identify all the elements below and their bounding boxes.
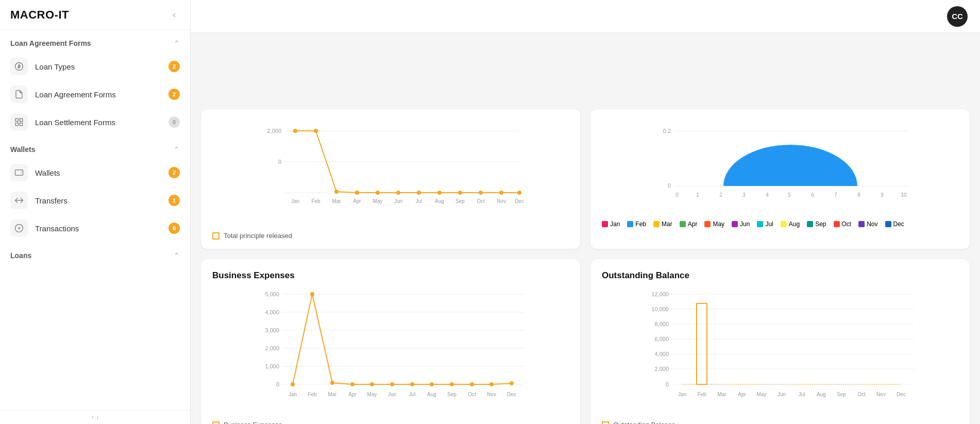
- dot-jul: [757, 221, 763, 227]
- svg-text:0: 0: [666, 381, 669, 387]
- svg-text:0: 0: [668, 182, 671, 189]
- business-expenses-title: Business Expenses: [212, 270, 569, 281]
- sidebar-header: MACRO-IT ‹: [0, 0, 190, 30]
- svg-point-85: [450, 382, 454, 386]
- sidebar-item-loan-types[interactable]: Loan Types 2: [0, 53, 190, 80]
- svg-text:5: 5: [788, 192, 791, 198]
- loan-settlement-forms-badge: 0: [168, 116, 180, 128]
- sidebar-item-transfers[interactable]: Transfers 1: [0, 186, 190, 214]
- sidebar-item-transactions[interactable]: Transactions 6: [0, 214, 190, 242]
- svg-text:4,000: 4,000: [654, 351, 669, 357]
- svg-point-78: [310, 292, 314, 296]
- svg-text:Aug: Aug: [817, 392, 826, 397]
- svg-text:Feb: Feb: [308, 392, 317, 397]
- label-apr: Apr: [688, 221, 698, 228]
- doc2-icon: [10, 113, 28, 131]
- svg-text:Jan: Jan: [289, 392, 297, 397]
- business-expenses-chart: 5,000 4,000 3,000 2,000 1,000 0 Jan Feb …: [212, 289, 569, 413]
- legend-nov: Nov: [858, 221, 877, 228]
- svg-text:6: 6: [811, 192, 814, 198]
- legend-jun: Jun: [732, 221, 750, 228]
- svg-point-87: [489, 382, 494, 386]
- svg-text:May: May: [373, 198, 383, 204]
- label-jan: Jan: [610, 221, 620, 228]
- svg-point-33: [479, 191, 483, 195]
- svg-rect-4: [20, 123, 23, 126]
- svg-rect-2: [20, 118, 23, 121]
- svg-text:1,000: 1,000: [265, 363, 279, 369]
- chart-card-outstanding: Outstanding Balance 12,000 10,000 8,000 …: [590, 259, 970, 424]
- sidebar-section-loan-agreement[interactable]: Loan Agreement Forms ⌃: [0, 30, 190, 53]
- legend-aug: Aug: [781, 221, 800, 228]
- sidebar-section-loans[interactable]: Loans ⌃: [0, 242, 190, 265]
- svg-point-80: [350, 382, 354, 386]
- dot-jun: [732, 221, 738, 227]
- label-nov: Nov: [867, 221, 877, 228]
- svg-text:Apr: Apr: [353, 198, 361, 204]
- sidebar-body: Loan Agreement Forms ⌃ Loan Types 2: [0, 30, 190, 410]
- svg-text:Jan: Jan: [291, 198, 299, 204]
- svg-point-79: [330, 381, 334, 385]
- section-label-loans: Loans: [10, 251, 31, 260]
- svg-text:Jul: Jul: [416, 198, 423, 204]
- sidebar-section-wallets[interactable]: Wallets ⌃: [0, 136, 190, 159]
- avatar[interactable]: CC: [947, 6, 968, 27]
- loan-agreement-forms-label: Loan Agreement Forms: [35, 90, 168, 99]
- sidebar-item-wallets[interactable]: Wallets 2: [0, 159, 190, 186]
- svg-text:6,000: 6,000: [654, 336, 669, 342]
- sidebar-item-loan-settlement-forms[interactable]: Loan Settlement Forms 0: [0, 108, 190, 136]
- svg-text:Dec: Dec: [897, 392, 906, 397]
- business-expenses-legend-label: Business Expenses: [224, 421, 282, 424]
- svg-point-24: [293, 129, 297, 133]
- label-may: May: [713, 221, 724, 228]
- wallets-label: Wallets: [35, 168, 168, 177]
- svg-text:3,000: 3,000: [265, 327, 279, 333]
- svg-rect-5: [15, 170, 23, 176]
- svg-text:Jun: Jun: [778, 392, 786, 397]
- main-content: 2,000 0 Jan Feb Mar Apr May Jun Jul Aug …: [191, 66, 980, 424]
- svg-text:0.2: 0.2: [663, 128, 671, 134]
- svg-text:0: 0: [278, 159, 281, 165]
- sidebar-collapse-button[interactable]: ‹: [168, 7, 180, 22]
- svg-text:Mar: Mar: [328, 392, 337, 397]
- transactions-label: Transactions: [35, 224, 168, 233]
- svg-text:Sep: Sep: [447, 392, 457, 397]
- svg-text:7: 7: [834, 192, 837, 198]
- svg-rect-1: [15, 118, 18, 121]
- svg-point-77: [291, 382, 295, 386]
- label-dec: Dec: [893, 221, 904, 228]
- legend-jul: Jul: [757, 221, 773, 228]
- svg-point-84: [430, 382, 434, 386]
- loan-settlement-forms-label: Loan Settlement Forms: [35, 118, 168, 127]
- business-expenses-legend-box: [212, 421, 219, 425]
- svg-point-30: [417, 191, 421, 195]
- svg-point-83: [410, 382, 414, 386]
- svg-rect-115: [697, 303, 707, 384]
- svg-point-32: [458, 191, 462, 195]
- app-title: MACRO-IT: [10, 8, 69, 22]
- outstanding-chart: 12,000 10,000 8,000 6,000 4,000 2,000 0 …: [602, 289, 958, 413]
- outstanding-legend-label: Outstanding Balance: [613, 421, 675, 424]
- business-expenses-legend: Business Expenses: [212, 421, 569, 424]
- svg-point-81: [370, 382, 374, 386]
- svg-text:10: 10: [901, 192, 907, 198]
- svg-text:Apr: Apr: [738, 392, 746, 397]
- wallets-badge: 2: [168, 167, 180, 178]
- distribution-chart: 0.2 0 0 1 2 3 4 5 6 7 8 9 10: [602, 121, 958, 213]
- svg-point-88: [510, 381, 514, 385]
- principle-legend: Total principle released: [212, 232, 569, 240]
- doc-icon: [10, 86, 28, 103]
- principle-legend-label: Total principle released: [224, 232, 292, 240]
- legend-sep: Sep: [807, 221, 826, 228]
- chart-card-distribution: 0.2 0 0 1 2 3 4 5 6 7 8 9 10: [590, 109, 970, 249]
- month-legend: Jan Feb Mar Apr: [602, 221, 958, 228]
- sidebar-item-loan-agreement-forms[interactable]: Loan Agreement Forms 2: [0, 80, 190, 108]
- label-jul: Jul: [765, 221, 773, 228]
- svg-text:Mar: Mar: [332, 198, 341, 204]
- label-aug: Aug: [789, 221, 800, 228]
- svg-text:3: 3: [742, 192, 746, 198]
- chevron-up-wallets-icon: ⌃: [174, 145, 180, 154]
- svg-text:Jun: Jun: [388, 392, 396, 397]
- svg-text:9: 9: [881, 192, 884, 198]
- svg-text:Oct: Oct: [477, 198, 485, 204]
